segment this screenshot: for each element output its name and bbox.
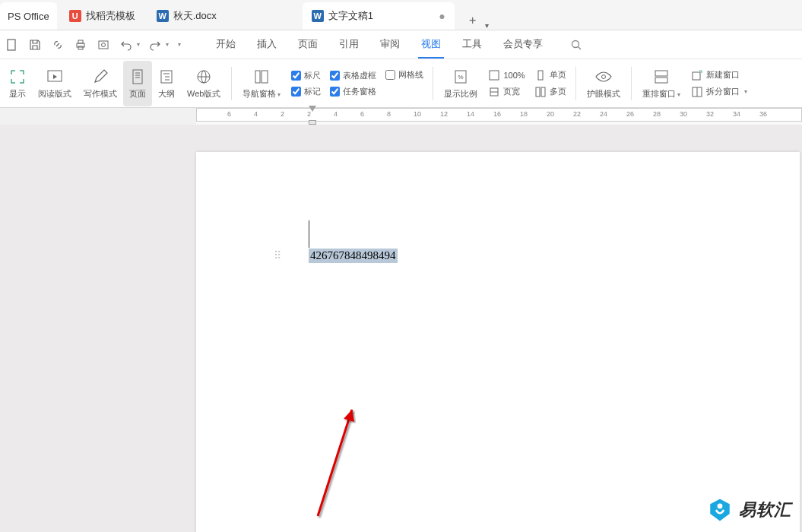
indent-marker-top[interactable] bbox=[309, 106, 316, 112]
outline-icon bbox=[158, 67, 175, 87]
menu-view[interactable]: 视图 bbox=[418, 31, 444, 59]
ruler-tick: 16 bbox=[493, 110, 501, 118]
split-icon bbox=[691, 86, 703, 98]
document-area: ⠿ 426767848498494 bbox=[0, 125, 802, 532]
svg-point-6 bbox=[572, 40, 579, 47]
save-icon[interactable] bbox=[27, 37, 43, 52]
ruler-tick: 36 bbox=[759, 110, 767, 118]
divider bbox=[231, 67, 232, 100]
tab-home-label: PS Office bbox=[8, 11, 49, 22]
menu-page[interactable]: 页面 bbox=[295, 31, 321, 59]
grid-checkbox[interactable]: 网格线 bbox=[385, 69, 423, 81]
table-task-checks: 表格虚框 任务窗格 bbox=[325, 67, 381, 100]
ribbon-view: 显示 阅读版式 写作模式 页面 大纲 Web版式 导航窗格▾ 标尺 标记 表格虚… bbox=[0, 59, 802, 108]
link-icon[interactable] bbox=[50, 37, 65, 52]
page-icon bbox=[129, 67, 146, 87]
document-page[interactable]: ⠿ 426767848498494 bbox=[196, 152, 800, 532]
nav-pane-button[interactable]: 导航窗格▾ bbox=[236, 61, 287, 106]
drag-handle-icon[interactable]: ⠿ bbox=[274, 249, 278, 261]
svg-text:%: % bbox=[458, 74, 464, 81]
menu-member[interactable]: 会员专享 bbox=[500, 31, 546, 59]
menu-insert[interactable]: 插入 bbox=[254, 31, 280, 59]
writing-mode-button[interactable]: 写作模式 bbox=[78, 61, 123, 106]
print-preview-icon[interactable] bbox=[96, 37, 111, 52]
file-icon[interactable] bbox=[5, 37, 20, 52]
task-pane-checkbox[interactable]: 任务窗格 bbox=[330, 86, 376, 97]
ruler-tick: 14 bbox=[467, 110, 474, 118]
svg-rect-0 bbox=[8, 40, 15, 50]
outline-button[interactable]: 大纲 bbox=[152, 61, 181, 106]
eye-care-button[interactable]: 护眼模式 bbox=[581, 61, 626, 106]
one-page-button[interactable]: 单页 bbox=[534, 69, 566, 81]
zoom-presets: 100% 页宽 bbox=[483, 66, 529, 101]
svg-rect-21 bbox=[262, 71, 268, 83]
table-outline-checkbox[interactable]: 表格虚框 bbox=[330, 70, 376, 81]
tab-doc-autumn[interactable]: W 秋天.docx bbox=[147, 2, 300, 30]
one-page-icon bbox=[534, 69, 547, 81]
zoom-100-icon bbox=[488, 69, 500, 81]
menu-tools[interactable]: 工具 bbox=[459, 31, 485, 59]
ruler-tick: 18 bbox=[520, 110, 528, 118]
watermark-text: 易软汇 bbox=[739, 499, 791, 521]
chevron-down-icon[interactable]: ▾ bbox=[178, 41, 181, 48]
search-icon[interactable] bbox=[569, 37, 584, 52]
tab-templates[interactable]: U 找稻壳模板 bbox=[60, 2, 144, 30]
undo-icon[interactable] bbox=[119, 37, 134, 52]
ruler-tick: 30 bbox=[680, 110, 687, 118]
svg-rect-33 bbox=[693, 72, 700, 80]
ruler-tick: 28 bbox=[653, 110, 661, 118]
redo-icon[interactable] bbox=[147, 37, 163, 52]
menu-reference[interactable]: 引用 bbox=[336, 31, 362, 59]
svg-point-38 bbox=[718, 504, 723, 509]
svg-line-7 bbox=[579, 46, 582, 49]
eye-icon bbox=[594, 67, 613, 87]
page-width-button[interactable]: 页宽 bbox=[488, 86, 525, 98]
ruler-tick: 12 bbox=[440, 110, 448, 118]
reading-view-button[interactable]: 阅读版式 bbox=[32, 61, 78, 106]
svg-rect-27 bbox=[538, 71, 543, 80]
globe-icon bbox=[195, 67, 212, 87]
fullscreen-button[interactable]: 显示 bbox=[3, 61, 32, 106]
svg-rect-4 bbox=[99, 41, 108, 49]
page-layout-button[interactable]: 页面 bbox=[123, 61, 152, 106]
new-window-icon bbox=[691, 69, 703, 81]
selected-text[interactable]: 426767848498494 bbox=[309, 249, 398, 263]
svg-rect-29 bbox=[541, 87, 545, 97]
ruler-tick: 4 bbox=[334, 110, 338, 118]
svg-rect-9 bbox=[133, 70, 142, 84]
ruler-tick: 10 bbox=[414, 110, 421, 118]
zoom-100-button[interactable]: 100% bbox=[488, 69, 525, 81]
ruler-tick: 26 bbox=[626, 110, 634, 118]
ruler-tick: 32 bbox=[706, 110, 714, 118]
tab-doc-autumn-label: 秋天.docx bbox=[173, 9, 217, 23]
zoom-icon: % bbox=[452, 67, 469, 87]
print-icon[interactable] bbox=[73, 37, 88, 52]
zoom-button[interactable]: % 显示比例 bbox=[438, 61, 483, 106]
arrange-windows-button[interactable]: 重排窗口▾ bbox=[636, 61, 686, 106]
close-icon[interactable]: ● bbox=[439, 10, 445, 22]
svg-rect-28 bbox=[536, 87, 540, 97]
split-window-button[interactable]: 拆分窗口▾ bbox=[691, 86, 747, 98]
menu-start[interactable]: 开始 bbox=[213, 31, 239, 59]
chevron-down-icon[interactable]: ▾ bbox=[166, 41, 169, 48]
new-window-button[interactable]: 新建窗口 bbox=[691, 69, 747, 81]
tab-doc-current[interactable]: W 文字文稿1 ● bbox=[303, 2, 455, 30]
multi-page-button[interactable]: 多页 bbox=[534, 86, 566, 98]
svg-rect-20 bbox=[255, 71, 260, 83]
ruler-tick: 34 bbox=[733, 110, 740, 118]
chevron-down-icon[interactable]: ▾ bbox=[137, 41, 140, 48]
ruler-tick: 6 bbox=[360, 110, 364, 118]
tab-doc-current-label: 文字文稿1 bbox=[328, 9, 373, 23]
ruler-tick: 2 bbox=[281, 110, 284, 118]
tab-home[interactable]: PS Office bbox=[0, 2, 57, 30]
marker-checkbox[interactable]: 标记 bbox=[291, 86, 321, 97]
svg-rect-24 bbox=[490, 71, 499, 80]
ruler-tick: 4 bbox=[254, 110, 258, 118]
web-layout-button[interactable]: Web版式 bbox=[181, 61, 227, 106]
add-tab-button[interactable]: + bbox=[464, 11, 482, 30]
tab-dropdown-icon[interactable]: ▾ bbox=[485, 21, 489, 30]
menu-review[interactable]: 审阅 bbox=[377, 31, 403, 59]
svg-point-5 bbox=[102, 43, 106, 46]
ruler-checkbox[interactable]: 标尺 bbox=[291, 70, 321, 81]
horizontal-ruler[interactable]: 64224681012141618202224262830323436 bbox=[196, 108, 802, 122]
